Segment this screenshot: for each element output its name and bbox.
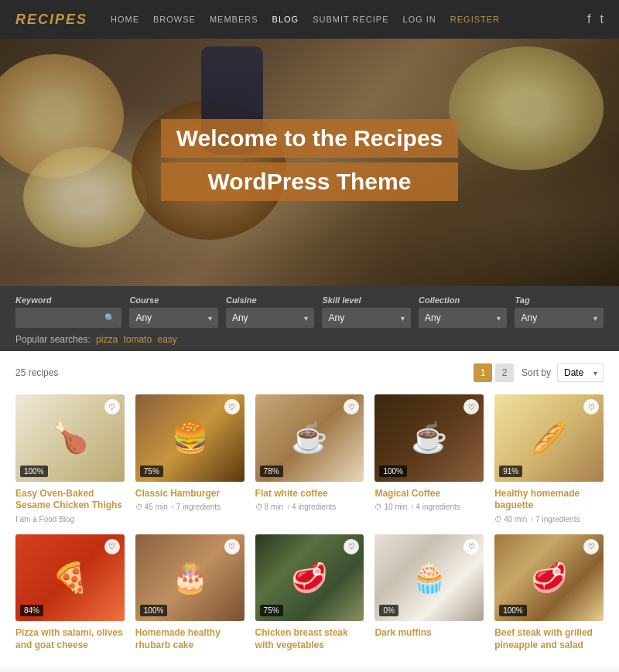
recipe-heart-1[interactable]: ♡	[224, 399, 240, 414]
recipe-name-3: Magical Coffee	[374, 488, 484, 500]
recipe-pct-3: 100%	[379, 466, 407, 477]
nav-browse[interactable]: BROWSE	[153, 15, 196, 24]
recipe-pct-9: 100%	[499, 605, 527, 616]
sort-select-wrap: Date	[557, 363, 604, 382]
recipe-card-8[interactable]: 🧁 ♡ 0% Dark muffins	[374, 534, 484, 655]
nav-login[interactable]: LOG IN	[403, 15, 436, 24]
hero-decoration-2	[23, 147, 147, 247]
recipe-card-9[interactable]: 🥩 ♡ 100% Beef steak with grilled pineapp…	[494, 534, 604, 655]
cuisine-select[interactable]: Any	[226, 308, 315, 328]
search-bar: Keyword Course Any Cuisine Any Skill lev…	[0, 286, 619, 351]
page-2-button[interactable]: 2	[495, 363, 514, 382]
skill-label: Skill level	[322, 295, 411, 305]
cuisine-field: Cuisine Any	[226, 295, 315, 328]
recipe-img-wrap-9: 🥩 ♡ 100%	[494, 534, 604, 622]
recipe-time-2: ⏱ 8 min	[255, 503, 283, 511]
navbar: RECIPES HOME BROWSE MEMBERS BLOG SUBMIT …	[0, 0, 619, 39]
collection-label: Collection	[419, 295, 508, 305]
nav-register[interactable]: REGISTER	[450, 15, 500, 24]
hero-banner: Welcome to the Recipes WordPress Theme	[0, 39, 619, 286]
recipe-name-1: Classic Hamburger	[135, 488, 245, 500]
site-logo[interactable]: RECIPES	[15, 12, 87, 28]
recipe-ingredients-3: ↑ 4 ingredients	[410, 503, 460, 511]
recipe-ingredients-2: ↑ 4 ingredients	[286, 503, 336, 511]
recipe-img-wrap-5: 🍕 ♡ 84%	[15, 534, 125, 622]
skill-select[interactable]: Any	[322, 308, 411, 328]
recipe-pct-5: 84%	[20, 605, 43, 616]
recipe-name-2: Flat white coffee	[255, 488, 364, 500]
recipe-card-7[interactable]: 🥩 ♡ 75% Chicken breast steak with vegeta…	[255, 534, 364, 655]
hero-decoration-5	[449, 46, 604, 170]
course-label: Course	[129, 295, 218, 305]
popular-easy[interactable]: easy	[157, 334, 176, 345]
keyword-wrap	[15, 308, 121, 328]
recipe-heart-9[interactable]: ♡	[583, 539, 599, 554]
recipe-card-3[interactable]: ☕ ♡ 100% Magical Coffee ⏱ 10 min ↑ 4 ing…	[374, 394, 484, 524]
nav-links: HOME BROWSE MEMBERS BLOG SUBMIT RECIPE L…	[111, 15, 587, 24]
keyword-field: Keyword	[15, 295, 121, 328]
recipe-heart-4[interactable]: ♡	[583, 399, 599, 414]
recipe-card-2[interactable]: ☕ ♡ 78% Flat white coffee ⏱ 8 min ↑ 4 in…	[255, 394, 364, 524]
course-select[interactable]: Any	[129, 308, 218, 328]
recipe-card-6[interactable]: 🎂 ♡ 100% Homemade healthy rhubarb cake	[135, 534, 245, 655]
recipe-heart-0[interactable]: ♡	[104, 399, 120, 414]
recipe-img-wrap-0: 🍗 ♡ 100%	[15, 394, 125, 482]
recipe-heart-8[interactable]: ♡	[463, 539, 479, 554]
tag-label: Tag	[515, 295, 604, 305]
collection-select[interactable]: Any	[419, 308, 508, 328]
nav-members[interactable]: MEMBERS	[210, 15, 258, 24]
recipe-img-wrap-3: ☕ ♡ 100%	[374, 394, 484, 482]
course-field: Course Any	[129, 295, 218, 328]
collection-field: Collection Any	[419, 295, 508, 328]
recipe-pct-6: 100%	[140, 605, 168, 616]
keyword-label: Keyword	[15, 295, 121, 305]
nav-submit[interactable]: SUBMIT RECIPE	[313, 15, 388, 24]
course-select-wrap: Any	[129, 308, 218, 328]
recipe-name-8: Dark muffins	[374, 627, 484, 640]
hero-title-line2: WordPress Theme	[161, 162, 459, 201]
recipe-count: 25 recipes	[15, 367, 466, 378]
nav-blog[interactable]: BLOG	[272, 15, 299, 24]
recipe-meta-1: ⏱ 45 min ↑ 7 ingredients	[135, 503, 245, 511]
tag-field: Tag Any	[515, 295, 604, 328]
twitter-icon[interactable]: t	[600, 12, 604, 26]
collection-select-wrap: Any	[419, 308, 508, 328]
recipe-pct-0: 100%	[20, 466, 48, 477]
popular-pizza[interactable]: pizza	[96, 334, 118, 345]
recipe-meta-2: ⏱ 8 min ↑ 4 ingredients	[255, 503, 364, 511]
page-1-button[interactable]: 1	[474, 363, 492, 382]
cuisine-select-wrap: Any	[226, 308, 315, 328]
hero-text: Welcome to the Recipes WordPress Theme	[161, 119, 459, 206]
nav-social: f t	[587, 12, 604, 26]
recipe-img-wrap-4: 🥖 ♡ 91%	[494, 394, 604, 482]
recipe-name-6: Homemade healthy rhubarb cake	[135, 627, 245, 651]
recipe-card-5[interactable]: 🍕 ♡ 84% Pizza with salami, olives and go…	[15, 534, 125, 655]
recipe-section: 25 recipes 1 2 Sort by Date 🍗 ♡ 100% Eas…	[0, 351, 619, 667]
recipe-name-4: Healthy homemade baguette	[494, 488, 604, 512]
recipe-time-4: ⏱ 40 min	[494, 515, 527, 524]
tag-select-wrap: Any	[515, 308, 604, 328]
skill-select-wrap: Any	[322, 308, 411, 328]
recipe-time-3: ⏱ 10 min	[374, 503, 407, 511]
cuisine-label: Cuisine	[226, 295, 315, 305]
facebook-icon[interactable]: f	[587, 12, 590, 26]
recipe-source-0: I am a Food Blog	[15, 515, 74, 524]
tag-select[interactable]: Any	[515, 308, 604, 328]
recipe-heart-6[interactable]: ♡	[224, 539, 240, 554]
popular-tomato[interactable]: tomato	[123, 334, 152, 345]
recipe-heart-5[interactable]: ♡	[104, 539, 120, 554]
recipe-pct-4: 91%	[499, 466, 522, 477]
nav-home[interactable]: HOME	[111, 15, 139, 24]
recipe-img-wrap-2: ☕ ♡ 78%	[255, 394, 364, 482]
recipe-img-wrap-8: 🧁 ♡ 0%	[374, 534, 484, 622]
sort-select[interactable]: Date	[557, 363, 604, 382]
recipe-ingredients-4: ↑ 7 ingredients	[530, 515, 580, 524]
recipe-meta-3: ⏱ 10 min ↑ 4 ingredients	[374, 503, 484, 511]
recipe-card-0[interactable]: 🍗 ♡ 100% Easy Oven-Baked Sesame Chicken …	[15, 394, 125, 524]
recipe-card-1[interactable]: 🍔 ♡ 75% Classic Hamburger ⏱ 45 min ↑ 7 i…	[135, 394, 245, 524]
recipe-header: 25 recipes 1 2 Sort by Date	[15, 363, 604, 382]
recipe-pct-8: 0%	[379, 605, 398, 616]
recipe-card-4[interactable]: 🥖 ♡ 91% Healthy homemade baguette ⏱ 40 m…	[494, 394, 604, 524]
keyword-input[interactable]	[15, 308, 121, 328]
popular-label: Popular searches:	[15, 334, 91, 345]
